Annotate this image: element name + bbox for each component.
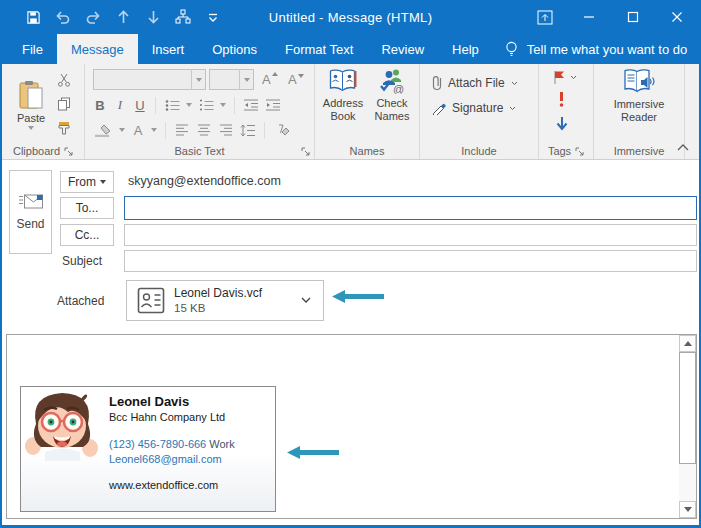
paste-button[interactable]: Paste bbox=[10, 68, 52, 142]
format-painter-button[interactable] bbox=[56, 120, 72, 136]
signature-dropdown-icon bbox=[509, 106, 516, 111]
align-left-button[interactable] bbox=[174, 122, 190, 138]
high-importance-icon bbox=[559, 91, 564, 107]
line-spacing-button[interactable] bbox=[240, 122, 256, 138]
attach-file-dropdown-icon bbox=[511, 81, 518, 86]
group-label-names: Names bbox=[350, 145, 385, 157]
cut-icon bbox=[57, 73, 71, 87]
grow-font-button[interactable]: A bbox=[262, 72, 278, 87]
copy-button[interactable] bbox=[56, 96, 72, 112]
lightbulb-icon bbox=[505, 41, 518, 58]
tab-message[interactable]: Message bbox=[57, 34, 138, 64]
contact-website: www.extendoffice.com bbox=[109, 479, 235, 491]
high-importance-button[interactable] bbox=[559, 91, 564, 107]
text-highlight-button[interactable] bbox=[93, 122, 113, 138]
scroll-up-icon bbox=[684, 341, 692, 346]
follow-up-button[interactable] bbox=[552, 70, 577, 85]
bold-button[interactable]: B bbox=[93, 98, 107, 113]
close-button[interactable] bbox=[655, 0, 699, 34]
address-book-icon bbox=[328, 68, 358, 94]
attachment-card[interactable]: Leonel Davis.vcf 15 KB bbox=[126, 280, 324, 321]
ribbon-display-options-icon bbox=[537, 10, 553, 25]
attachment-filename: Leonel Davis.vcf bbox=[174, 286, 262, 301]
tab-file[interactable]: File bbox=[8, 34, 57, 64]
send-button[interactable]: Send bbox=[9, 170, 52, 254]
immersive-reader-icon bbox=[622, 68, 656, 95]
tab-review[interactable]: Review bbox=[367, 34, 438, 64]
close-icon bbox=[671, 11, 683, 23]
clipboard-dialog-launcher[interactable] bbox=[64, 147, 73, 156]
ribbon-group-clipboard: Paste Clipboard bbox=[2, 64, 85, 159]
increase-indent-button[interactable] bbox=[265, 97, 281, 113]
group-label-basic-text: Basic Text bbox=[175, 145, 225, 157]
decrease-indent-button[interactable] bbox=[243, 97, 259, 113]
maximize-icon bbox=[627, 11, 639, 23]
align-center-button[interactable] bbox=[196, 122, 212, 138]
text-highlight-icon bbox=[94, 123, 112, 137]
follow-up-flag-icon bbox=[552, 70, 566, 85]
collapse-ribbon-icon[interactable] bbox=[677, 143, 689, 151]
address-book-button[interactable]: Address Book bbox=[319, 68, 367, 123]
subject-label: Subject bbox=[62, 254, 102, 268]
send-envelope-icon bbox=[18, 193, 44, 211]
from-address: skyyang@extendoffice.com bbox=[128, 174, 281, 188]
contact-phone: (123) 456-7890-666 Work bbox=[109, 438, 235, 450]
font-size-combo[interactable] bbox=[209, 69, 254, 90]
ribbon-display-options-button[interactable] bbox=[523, 0, 567, 34]
italic-button[interactable]: I bbox=[113, 97, 127, 113]
minimize-button[interactable] bbox=[567, 0, 611, 34]
line-spacing-icon bbox=[240, 124, 256, 137]
subject-input[interactable] bbox=[124, 250, 697, 272]
tab-insert[interactable]: Insert bbox=[138, 34, 199, 64]
title-bar: Untitled - Message (HTML) bbox=[2, 0, 699, 34]
scroll-up-button[interactable] bbox=[679, 335, 696, 352]
attach-file-button[interactable]: Attach File bbox=[432, 75, 518, 91]
signature-button[interactable]: Signature bbox=[432, 101, 516, 115]
tab-help[interactable]: Help bbox=[438, 34, 493, 64]
numbering-button[interactable] bbox=[198, 97, 214, 113]
attached-label: Attached bbox=[57, 294, 104, 308]
to-button[interactable]: To... bbox=[60, 197, 114, 219]
align-right-button[interactable] bbox=[218, 122, 234, 138]
cc-input[interactable] bbox=[124, 224, 697, 246]
tell-me-box[interactable]: Tell me what you want to do bbox=[505, 34, 687, 64]
shrink-font-button[interactable]: A bbox=[288, 72, 304, 87]
copy-icon bbox=[57, 97, 71, 111]
low-importance-button[interactable] bbox=[556, 116, 568, 131]
font-name-combo[interactable] bbox=[93, 69, 206, 90]
to-input[interactable] bbox=[124, 196, 697, 220]
tags-dialog-launcher[interactable] bbox=[575, 147, 584, 156]
bullets-dropdown-icon[interactable] bbox=[186, 103, 192, 107]
check-names-button[interactable]: @ Check Names bbox=[369, 68, 415, 123]
numbering-dropdown-icon[interactable] bbox=[220, 103, 226, 107]
font-color-dropdown-icon[interactable] bbox=[151, 128, 157, 132]
message-body[interactable]: Leonel Davis Bcc Hahn Company Ltd (123) … bbox=[6, 334, 697, 519]
underline-button[interactable]: U bbox=[133, 98, 147, 113]
bullets-button[interactable] bbox=[164, 97, 180, 113]
clear-formatting-button[interactable] bbox=[273, 122, 289, 138]
scrollbar-thumb[interactable] bbox=[679, 352, 696, 464]
basic-text-dialog-launcher[interactable] bbox=[301, 147, 310, 156]
increase-indent-icon bbox=[265, 99, 281, 111]
from-button[interactable]: From bbox=[60, 171, 114, 193]
cc-button[interactable]: Cc... bbox=[60, 224, 114, 246]
tab-format-text[interactable]: Format Text bbox=[271, 34, 367, 64]
immersive-reader-button[interactable]: Immersive Reader bbox=[604, 68, 674, 124]
maximize-button[interactable] bbox=[611, 0, 655, 34]
highlight-dropdown-icon[interactable] bbox=[119, 128, 125, 132]
tab-options[interactable]: Options bbox=[198, 34, 271, 64]
annotation-arrow-attachment bbox=[332, 290, 384, 303]
font-color-button[interactable]: A bbox=[131, 123, 145, 138]
attachment-dropdown-icon[interactable] bbox=[301, 297, 311, 304]
contact-email-link[interactable]: Leonel668@gmail.com bbox=[109, 453, 235, 465]
ribbon: Paste Clipboard bbox=[2, 64, 699, 160]
scroll-down-icon bbox=[684, 507, 692, 512]
align-right-icon bbox=[219, 124, 233, 136]
cut-button[interactable] bbox=[56, 72, 72, 88]
vertical-scrollbar[interactable] bbox=[679, 335, 696, 518]
paperclip-icon bbox=[432, 75, 442, 91]
group-label-clipboard: Clipboard bbox=[13, 145, 60, 157]
paste-dropdown-icon bbox=[28, 126, 34, 130]
group-label-tags: Tags bbox=[548, 145, 571, 157]
scroll-down-button[interactable] bbox=[679, 501, 696, 518]
